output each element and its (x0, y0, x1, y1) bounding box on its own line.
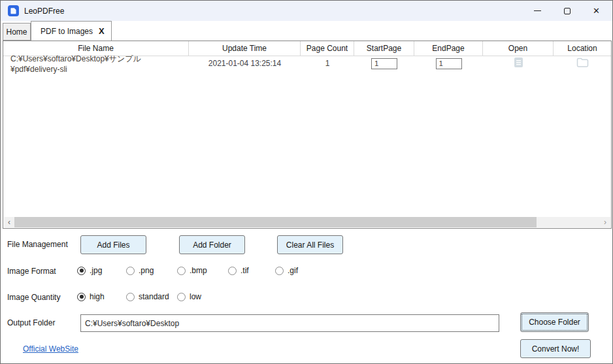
tab-bar: Home PDF to Images X (1, 21, 612, 41)
official-website-link[interactable]: Official WebSite (23, 344, 78, 354)
app-window: LeoPDFree ✕ Home PDF to Images X File Na… (0, 0, 613, 364)
control-panel: File Management Add Files Add Folder Cle… (1, 229, 612, 363)
output-folder-input[interactable] (80, 314, 499, 332)
column-header-page-count[interactable]: Page Count (301, 41, 354, 56)
radio-tif-label: .tif (240, 266, 249, 275)
radio-png[interactable]: .png (126, 266, 154, 275)
end-page-input[interactable] (436, 58, 462, 69)
tab-pdf-to-images[interactable]: PDF to Images X (31, 21, 112, 41)
maximize-button[interactable] (552, 1, 582, 21)
open-document-icon[interactable] (514, 57, 523, 70)
radio-high-icon (77, 293, 86, 301)
cell-file-name: C:¥Users¥softaro¥Desktop¥サンプル¥pdf¥delive… (3, 54, 189, 74)
output-folder-label: Output Folder (7, 318, 55, 327)
image-format-label: Image Format (7, 267, 56, 276)
radio-jpg-label: .jpg (90, 266, 102, 275)
app-icon (8, 5, 19, 16)
add-folder-button[interactable]: Add Folder (179, 235, 245, 254)
convert-now-button[interactable]: Convert Now! (520, 339, 591, 358)
tab-pdf-to-images-label: PDF to Images (41, 27, 93, 36)
clear-all-files-button[interactable]: Clear All Files (277, 235, 343, 254)
window-title: LeoPDFree (24, 7, 64, 16)
choose-folder-button[interactable]: Choose Folder (520, 312, 589, 332)
radio-bmp[interactable]: .bmp (177, 266, 207, 275)
scrollbar-thumb[interactable] (14, 217, 537, 227)
scroll-right-icon[interactable]: › (600, 217, 610, 227)
column-header-start-page[interactable]: StartPage (354, 41, 414, 56)
horizontal-scrollbar[interactable]: ‹ › (4, 217, 610, 227)
close-button[interactable]: ✕ (582, 1, 611, 21)
tab-home-label: Home (6, 27, 27, 37)
cell-end-page (414, 58, 483, 69)
radio-png-label: .png (139, 266, 154, 275)
column-header-end-page[interactable]: EndPage (414, 41, 483, 56)
radio-standard-icon (126, 293, 135, 301)
minimize-button[interactable] (523, 1, 552, 21)
radio-bmp-label: .bmp (190, 266, 207, 275)
cell-location (554, 58, 611, 69)
radio-png-icon (126, 267, 135, 275)
radio-gif-label: .gif (288, 266, 298, 275)
radio-tif-icon (228, 267, 237, 275)
cell-update-time: 2021-01-04 13:25:14 (189, 59, 301, 68)
tab-close-icon[interactable]: X (99, 26, 105, 36)
radio-gif[interactable]: .gif (275, 266, 298, 275)
radio-high[interactable]: high (77, 292, 105, 301)
file-management-label: File Management (7, 240, 68, 249)
radio-high-label: high (90, 292, 105, 301)
image-quantity-label: Image Quantity (7, 293, 60, 302)
caption-buttons: ✕ (523, 1, 611, 21)
radio-tif[interactable]: .tif (228, 266, 249, 275)
column-header-update-time[interactable]: Update Time (189, 41, 301, 56)
radio-gif-icon (275, 267, 284, 275)
cell-page-count: 1 (301, 59, 354, 68)
add-files-button[interactable]: Add Files (80, 235, 146, 254)
start-page-input[interactable] (371, 58, 397, 69)
tab-home[interactable]: Home (3, 23, 31, 41)
scroll-left-icon[interactable]: ‹ (4, 217, 14, 227)
cell-open (483, 57, 554, 70)
radio-standard-label: standard (139, 292, 169, 301)
radio-low-icon (177, 293, 186, 301)
close-icon: ✕ (593, 7, 600, 15)
cell-start-page (354, 58, 414, 69)
radio-standard[interactable]: standard (126, 292, 169, 301)
radio-bmp-icon (177, 267, 186, 275)
maximize-icon (564, 8, 571, 14)
radio-low-label: low (190, 292, 201, 301)
column-header-open[interactable]: Open (483, 41, 554, 56)
radio-jpg[interactable]: .jpg (77, 266, 102, 275)
folder-location-icon[interactable] (576, 58, 589, 69)
table-row[interactable]: C:¥Users¥softaro¥Desktop¥サンプル¥pdf¥delive… (3, 56, 611, 71)
column-header-location[interactable]: Location (554, 41, 611, 56)
file-table: File Name Update Time Page Count StartPa… (3, 41, 612, 229)
radio-low[interactable]: low (177, 292, 201, 301)
titlebar: LeoPDFree ✕ (1, 1, 612, 21)
minimize-icon (534, 10, 541, 11)
radio-jpg-icon (77, 267, 86, 275)
